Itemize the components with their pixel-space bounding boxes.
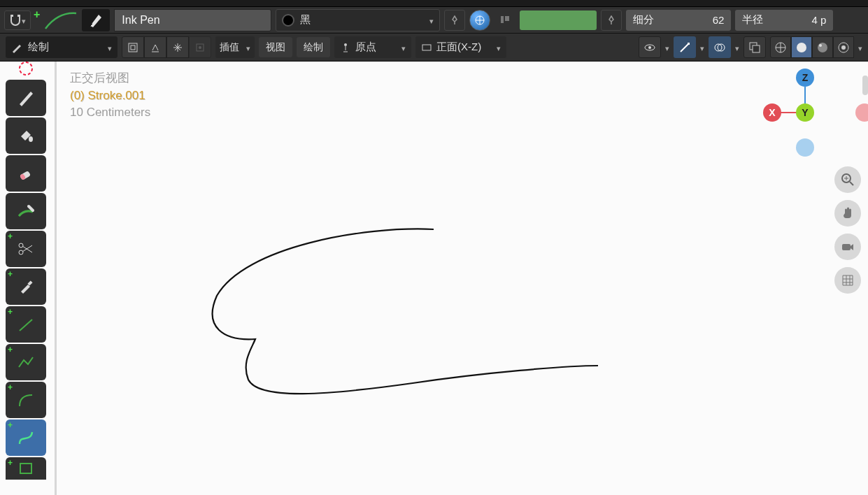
gizmo-axis-z[interactable]: Z: [796, 69, 814, 87]
xray-toggle[interactable]: [744, 36, 766, 58]
plane-icon: [421, 42, 432, 53]
overlay-toggle[interactable]: [709, 36, 731, 58]
chevron-down-icon[interactable]: [700, 41, 704, 54]
subdivision-field[interactable]: 细分 62: [626, 10, 731, 31]
view-menu[interactable]: 视图: [259, 37, 292, 57]
tool-curve[interactable]: +: [6, 419, 46, 456]
tool-eyedropper[interactable]: +: [6, 268, 46, 305]
tool-arc[interactable]: +: [6, 382, 46, 418]
viewport-header: 绘制 插值 视图 绘制 原点 正面(X-Z): [0, 34, 868, 62]
flag-icon: [499, 14, 511, 27]
draw-menu[interactable]: 绘制: [297, 37, 330, 57]
chevron-down-icon: [401, 41, 406, 53]
tool-fill[interactable]: [6, 117, 46, 154]
svg-rect-1: [17, 15, 20, 17]
tool-cutter[interactable]: +: [6, 231, 46, 267]
tool-draw[interactable]: [6, 80, 46, 116]
scrollbar[interactable]: [862, 76, 868, 95]
camera-button[interactable]: [834, 234, 861, 260]
link-button[interactable]: [495, 10, 515, 31]
svg-point-19: [818, 43, 827, 52]
svg-point-28: [19, 250, 23, 254]
pan-button[interactable]: [834, 200, 861, 227]
svg-rect-30: [20, 464, 31, 473]
nav-gizmo[interactable]: Z Y X: [763, 69, 847, 152]
viewport-overlay-text: 正交后视图 (0) Stroke.001 10 Centimeters: [70, 70, 150, 120]
drawing-plane-dropdown[interactable]: 正面(X-Z): [415, 36, 506, 58]
stroke-origin-dropdown[interactable]: 原点: [334, 36, 411, 58]
shading-solid[interactable]: [791, 36, 812, 58]
xray-icon: [748, 41, 761, 54]
svg-point-20: [819, 44, 822, 47]
pencil-icon: [17, 89, 35, 107]
chevron-down-icon[interactable]: [858, 41, 862, 54]
chevron-down-icon: [429, 14, 434, 26]
radius-value: 4 p: [811, 14, 826, 26]
eyedropper-icon: [17, 278, 35, 296]
shading-rendered[interactable]: [833, 36, 854, 58]
gizmo-axis-x[interactable]: X: [763, 103, 781, 122]
svg-point-24: [29, 136, 33, 142]
tool-polyline[interactable]: +: [6, 344, 46, 380]
tool-box[interactable]: +: [6, 457, 46, 480]
option-3[interactable]: [166, 36, 189, 58]
svg-rect-29: [27, 280, 32, 285]
chevron-down-icon: [22, 15, 26, 26]
drawn-stroke: [203, 226, 609, 408]
overlay-icon: [713, 41, 726, 54]
stroke-preview: [44, 10, 78, 31]
eraser-icon: [17, 164, 35, 182]
option-1[interactable]: [122, 36, 144, 58]
brush-thumbnail[interactable]: [82, 9, 110, 31]
svg-rect-5: [129, 43, 137, 52]
gizmo-axis-y[interactable]: Y: [796, 103, 814, 122]
zoom-button[interactable]: [834, 166, 861, 193]
scissors-icon: [17, 240, 35, 258]
viewport-3d[interactable]: + + + + + + + 正交后视图 (0) Stroke.001 10 Ce…: [0, 62, 868, 495]
mode-dropdown[interactable]: 绘制: [6, 36, 118, 58]
tool-tint[interactable]: [6, 193, 46, 229]
svg-point-18: [797, 43, 806, 52]
svg-rect-32: [842, 244, 851, 250]
pin-icon: [606, 15, 616, 25]
strength-slider[interactable]: [520, 10, 597, 30]
gizmo-axis-neg-z[interactable]: [796, 138, 814, 157]
shading-material[interactable]: [812, 36, 833, 58]
tool-header: + Ink Pen 黑 细分 62 半径 4 p: [0, 7, 868, 34]
viewport-side-buttons: [834, 166, 861, 294]
pin-button-2[interactable]: [601, 10, 622, 31]
gizmo-line: [780, 112, 797, 113]
radius-label: 半径: [742, 13, 811, 27]
pin-button[interactable]: [444, 10, 465, 31]
visibility-button[interactable]: [639, 36, 661, 58]
tool-erase[interactable]: [6, 155, 46, 192]
radius-field[interactable]: 半径 4 p: [735, 10, 833, 31]
perspective-button[interactable]: [834, 267, 861, 294]
chevron-down-icon[interactable]: [735, 41, 739, 54]
snap-dropdown[interactable]: [4, 10, 31, 30]
grid-icon: [841, 273, 855, 287]
menubar-strip: [0, 0, 868, 7]
interpolate-dropdown[interactable]: 插值: [215, 36, 255, 58]
gizmo-axis-neg-x[interactable]: [855, 103, 868, 122]
hand-icon: [841, 206, 855, 220]
toolbar: + + + + + + +: [6, 62, 46, 480]
shading-wireframe[interactable]: [770, 36, 791, 58]
origin-icon: [340, 42, 351, 53]
svg-rect-0: [10, 15, 13, 17]
tool-line[interactable]: +: [6, 306, 46, 343]
option-2[interactable]: [144, 36, 166, 58]
plus-badge-icon: +: [34, 8, 40, 21]
tool-cursor[interactable]: [6, 62, 46, 78]
gizmo-toggle[interactable]: [674, 36, 696, 58]
chevron-down-icon[interactable]: [665, 41, 669, 54]
pencil-icon: [11, 42, 22, 53]
brush-name-input[interactable]: Ink Pen: [114, 9, 271, 31]
shading-mode-group: [770, 36, 854, 58]
origin-label: 原点: [355, 41, 376, 54]
magnet-icon: [9, 14, 22, 27]
stroke-color-dropdown[interactable]: 黑: [276, 9, 440, 31]
option-4[interactable]: [189, 36, 211, 58]
subdivision-value: 62: [713, 14, 725, 26]
use-world-icon-button[interactable]: [469, 10, 490, 31]
